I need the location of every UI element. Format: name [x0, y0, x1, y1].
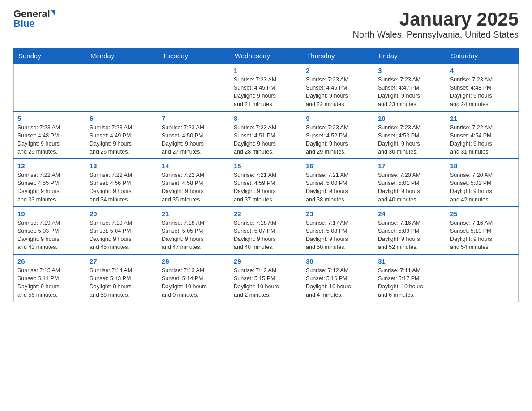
calendar-cell: 12Sunrise: 7:22 AMSunset: 4:55 PMDayligh…: [14, 159, 86, 207]
calendar-header-row: Sunday Monday Tuesday Wednesday Thursday…: [14, 48, 519, 64]
day-number: 4: [450, 67, 515, 74]
calendar-cell: 10Sunrise: 7:23 AMSunset: 4:53 PMDayligh…: [374, 111, 446, 159]
calendar-cell: 20Sunrise: 7:19 AMSunset: 5:04 PMDayligh…: [86, 207, 158, 255]
calendar-cell: 23Sunrise: 7:17 AMSunset: 5:08 PMDayligh…: [302, 207, 374, 255]
calendar-cell: [446, 254, 519, 302]
day-info: Sunrise: 7:19 AMSunset: 5:04 PMDaylight:…: [90, 219, 154, 252]
calendar-cell: 26Sunrise: 7:15 AMSunset: 5:11 PMDayligh…: [14, 254, 86, 302]
calendar-cell: 22Sunrise: 7:18 AMSunset: 5:07 PMDayligh…: [230, 207, 302, 255]
calendar-table: Sunday Monday Tuesday Wednesday Thursday…: [13, 48, 519, 302]
day-number: 9: [306, 115, 370, 122]
calendar-cell: 15Sunrise: 7:21 AMSunset: 4:59 PMDayligh…: [230, 159, 302, 207]
day-info: Sunrise: 7:18 AMSunset: 5:07 PMDaylight:…: [234, 219, 298, 252]
day-number: 16: [306, 162, 370, 170]
calendar-cell: 18Sunrise: 7:20 AMSunset: 5:02 PMDayligh…: [446, 159, 519, 207]
calendar-cell: 8Sunrise: 7:23 AMSunset: 4:51 PMDaylight…: [230, 111, 302, 159]
day-number: 18: [450, 162, 515, 170]
calendar-cell: [158, 64, 230, 111]
calendar-cell: 28Sunrise: 7:13 AMSunset: 5:14 PMDayligh…: [158, 254, 230, 302]
day-info: Sunrise: 7:23 AMSunset: 4:48 PMDaylight:…: [17, 124, 82, 156]
calendar-cell: 6Sunrise: 7:23 AMSunset: 4:49 PMDaylight…: [86, 111, 158, 159]
day-info: Sunrise: 7:16 AMSunset: 5:10 PMDaylight:…: [450, 219, 515, 252]
day-number: 17: [378, 162, 442, 170]
day-number: 22: [234, 210, 298, 218]
day-info: Sunrise: 7:22 AMSunset: 4:54 PMDaylight:…: [450, 124, 515, 156]
calendar-cell: 19Sunrise: 7:19 AMSunset: 5:03 PMDayligh…: [14, 207, 86, 255]
col-saturday: Saturday: [446, 48, 519, 64]
day-info: Sunrise: 7:23 AMSunset: 4:46 PMDaylight:…: [306, 76, 370, 108]
day-info: Sunrise: 7:21 AMSunset: 4:59 PMDaylight:…: [234, 171, 298, 204]
calendar-cell: 3Sunrise: 7:23 AMSunset: 4:47 PMDaylight…: [374, 64, 446, 111]
col-sunday: Sunday: [14, 48, 86, 64]
day-number: 11: [450, 115, 515, 122]
week-row: 5Sunrise: 7:23 AMSunset: 4:48 PMDaylight…: [14, 111, 519, 159]
day-info: Sunrise: 7:23 AMSunset: 4:50 PMDaylight:…: [162, 124, 226, 156]
col-wednesday: Wednesday: [230, 48, 302, 64]
day-number: 12: [17, 162, 82, 170]
day-info: Sunrise: 7:23 AMSunset: 4:45 PMDaylight:…: [234, 76, 298, 108]
day-info: Sunrise: 7:20 AMSunset: 5:01 PMDaylight:…: [378, 171, 442, 204]
calendar-cell: 14Sunrise: 7:22 AMSunset: 4:58 PMDayligh…: [158, 159, 230, 207]
day-number: 6: [90, 115, 154, 122]
col-thursday: Thursday: [302, 48, 374, 64]
day-info: Sunrise: 7:21 AMSunset: 5:00 PMDaylight:…: [306, 171, 370, 204]
day-number: 1: [234, 67, 298, 74]
col-friday: Friday: [374, 48, 446, 64]
day-number: 28: [162, 257, 226, 265]
day-info: Sunrise: 7:20 AMSunset: 5:02 PMDaylight:…: [450, 171, 515, 204]
calendar-cell: [14, 64, 86, 111]
calendar-cell: 21Sunrise: 7:18 AMSunset: 5:05 PMDayligh…: [158, 207, 230, 255]
calendar-cell: [86, 64, 158, 111]
title-block: January 2025 North Wales, Pennsylvania, …: [352, 9, 519, 40]
day-number: 15: [234, 162, 298, 170]
logo-arrow-icon: [51, 10, 55, 16]
day-info: Sunrise: 7:13 AMSunset: 5:14 PMDaylight:…: [162, 266, 226, 299]
calendar-cell: 4Sunrise: 7:23 AMSunset: 4:48 PMDaylight…: [446, 64, 519, 111]
day-number: 14: [162, 162, 226, 170]
logo: General Blue: [13, 9, 55, 29]
day-info: Sunrise: 7:22 AMSunset: 4:58 PMDaylight:…: [162, 171, 226, 204]
week-row: 1Sunrise: 7:23 AMSunset: 4:45 PMDaylight…: [14, 64, 519, 111]
day-number: 2: [306, 67, 370, 74]
calendar-cell: 31Sunrise: 7:11 AMSunset: 5:17 PMDayligh…: [374, 254, 446, 302]
day-info: Sunrise: 7:23 AMSunset: 4:52 PMDaylight:…: [306, 124, 370, 156]
day-info: Sunrise: 7:18 AMSunset: 5:05 PMDaylight:…: [162, 219, 226, 252]
calendar-cell: 5Sunrise: 7:23 AMSunset: 4:48 PMDaylight…: [14, 111, 86, 159]
day-number: 29: [234, 257, 298, 265]
week-row: 19Sunrise: 7:19 AMSunset: 5:03 PMDayligh…: [14, 207, 519, 255]
day-info: Sunrise: 7:14 AMSunset: 5:13 PMDaylight:…: [90, 266, 154, 299]
calendar-cell: 24Sunrise: 7:16 AMSunset: 5:09 PMDayligh…: [374, 207, 446, 255]
day-info: Sunrise: 7:15 AMSunset: 5:11 PMDaylight:…: [17, 266, 82, 299]
day-number: 27: [90, 257, 154, 265]
day-number: 25: [450, 210, 515, 218]
calendar-subtitle: North Wales, Pennsylvania, United States: [352, 30, 519, 40]
calendar-cell: 9Sunrise: 7:23 AMSunset: 4:52 PMDaylight…: [302, 111, 374, 159]
day-number: 7: [162, 115, 226, 122]
calendar-cell: 17Sunrise: 7:20 AMSunset: 5:01 PMDayligh…: [374, 159, 446, 207]
day-info: Sunrise: 7:23 AMSunset: 4:51 PMDaylight:…: [234, 124, 298, 156]
day-info: Sunrise: 7:12 AMSunset: 5:16 PMDaylight:…: [306, 266, 370, 299]
logo-blue-text: Blue: [13, 19, 35, 29]
week-row: 12Sunrise: 7:22 AMSunset: 4:55 PMDayligh…: [14, 159, 519, 207]
day-info: Sunrise: 7:23 AMSunset: 4:48 PMDaylight:…: [450, 76, 515, 108]
day-number: 23: [306, 210, 370, 218]
day-info: Sunrise: 7:16 AMSunset: 5:09 PMDaylight:…: [378, 219, 442, 252]
col-monday: Monday: [86, 48, 158, 64]
day-number: 30: [306, 257, 370, 265]
day-info: Sunrise: 7:23 AMSunset: 4:49 PMDaylight:…: [90, 124, 154, 156]
day-number: 19: [17, 210, 82, 218]
day-number: 5: [17, 115, 82, 122]
week-row: 26Sunrise: 7:15 AMSunset: 5:11 PMDayligh…: [14, 254, 519, 302]
calendar-cell: 16Sunrise: 7:21 AMSunset: 5:00 PMDayligh…: [302, 159, 374, 207]
calendar-cell: 29Sunrise: 7:12 AMSunset: 5:15 PMDayligh…: [230, 254, 302, 302]
day-info: Sunrise: 7:17 AMSunset: 5:08 PMDaylight:…: [306, 219, 370, 252]
day-number: 31: [378, 257, 442, 265]
calendar-cell: 7Sunrise: 7:23 AMSunset: 4:50 PMDaylight…: [158, 111, 230, 159]
day-info: Sunrise: 7:19 AMSunset: 5:03 PMDaylight:…: [17, 219, 82, 252]
calendar-cell: 1Sunrise: 7:23 AMSunset: 4:45 PMDaylight…: [230, 64, 302, 111]
day-info: Sunrise: 7:22 AMSunset: 4:56 PMDaylight:…: [90, 171, 154, 204]
day-number: 20: [90, 210, 154, 218]
day-number: 10: [378, 115, 442, 122]
day-info: Sunrise: 7:12 AMSunset: 5:15 PMDaylight:…: [234, 266, 298, 299]
day-number: 21: [162, 210, 226, 218]
